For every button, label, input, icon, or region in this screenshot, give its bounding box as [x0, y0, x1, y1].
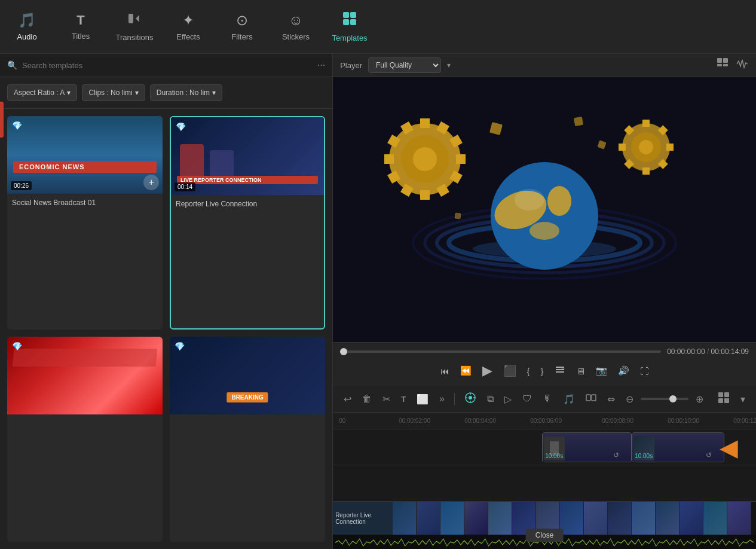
- ruler-mark-2: 00:00:04:00: [464, 417, 496, 424]
- zoom-out-button[interactable]: ⊖: [622, 391, 637, 407]
- ruler-mark-4: 00:00:08:00: [602, 417, 633, 424]
- premium-icon-4: 💎: [175, 341, 185, 351]
- nav-transitions[interactable]: Transitions: [108, 0, 161, 54]
- svg-rect-50: [556, 369, 564, 370]
- undo-button[interactable]: ↩: [340, 391, 355, 407]
- template-label-2: Reporter Live Connection: [171, 195, 324, 213]
- svg-rect-38: [642, 120, 650, 127]
- fullscreen-button[interactable]: ⛶: [638, 364, 651, 379]
- progress-thumb[interactable]: [340, 348, 347, 355]
- timeline-tracks: 10.00s ↺ 10.00s ↺: [333, 429, 756, 501]
- audio-button[interactable]: 🔊: [616, 363, 632, 379]
- aspect-ratio-filter[interactable]: Aspect Ratio : A ▾: [7, 84, 77, 101]
- more-options-btn[interactable]: ▾: [737, 391, 749, 407]
- skip-back-button[interactable]: ⏮: [438, 364, 452, 379]
- svg-rect-56: [592, 395, 596, 401]
- text-button[interactable]: T: [397, 392, 409, 406]
- svg-rect-49: [455, 212, 461, 219]
- nav-titles[interactable]: T Titles: [54, 0, 108, 54]
- audio-track-button[interactable]: 🎵: [559, 391, 579, 407]
- live-badge: LIVE REPORTER CONNECTION: [177, 176, 318, 184]
- svg-rect-40: [666, 144, 674, 151]
- stickers-icon: ☺: [289, 12, 304, 29]
- ruler-mark-6: 00:00:12:00: [733, 417, 756, 424]
- effects-icon: ✦: [182, 12, 194, 29]
- player-label: Player: [340, 61, 362, 70]
- premium-icon-2: 💎: [176, 122, 186, 132]
- ai-button[interactable]: [461, 389, 480, 408]
- add-template-1-button[interactable]: +: [143, 175, 159, 190]
- camera-button[interactable]: 📷: [593, 363, 610, 379]
- crop-button[interactable]: ⬜: [413, 391, 432, 407]
- template-thumb-3: 💎: [7, 337, 163, 414]
- svg-rect-2: [350, 12, 356, 18]
- overlay-button[interactable]: ▷: [501, 391, 515, 407]
- zoom-thumb[interactable]: [669, 395, 677, 402]
- svg-rect-52: [556, 371, 564, 373]
- audio-icon: 🎵: [18, 12, 36, 29]
- link-button[interactable]: ⇔: [604, 391, 619, 407]
- pip-button[interactable]: ⧉: [483, 391, 497, 407]
- breaking-badge: BREAKING: [227, 392, 268, 402]
- arrow-indicator: ◀: [720, 434, 738, 461]
- mark-out-button[interactable]: }: [538, 364, 546, 379]
- svg-rect-47: [574, 116, 583, 126]
- clip-2-duration: 10.00s: [635, 453, 653, 459]
- svg-point-22: [413, 147, 437, 171]
- frame-back-button[interactable]: ⏪: [458, 363, 474, 379]
- nav-effects[interactable]: ✦ Effects: [161, 0, 215, 54]
- close-button[interactable]: Close: [526, 529, 564, 542]
- zoom-in-button[interactable]: ⊕: [692, 391, 707, 407]
- template-card-4[interactable]: BREAKING 💎: [170, 337, 325, 542]
- templates-grid: ECONOMIC NEWS 💎 00:26 + Social News Broa…: [0, 109, 332, 549]
- clip-2[interactable]: 10.00s ↺: [632, 432, 724, 462]
- waveform-icon[interactable]: [736, 57, 749, 73]
- monitor-button[interactable]: 🖥: [574, 364, 587, 379]
- progress-row: 00:00:00:00 / 00:00:14:09: [340, 347, 749, 356]
- nav-audio[interactable]: 🎵 Audio: [0, 0, 54, 54]
- split-button[interactable]: [582, 390, 600, 408]
- quality-select[interactable]: Full Quality High Quality Medium Quality: [368, 57, 441, 73]
- playback-controls: 00:00:00:00 / 00:00:14:09 ⏮ ⏪ ▶ ⬛ { } 🖥 …: [333, 342, 756, 386]
- mark-in-button[interactable]: {: [525, 364, 532, 379]
- play-button[interactable]: ▶: [480, 361, 495, 381]
- player-header: Player Full Quality High Quality Medium …: [333, 54, 756, 77]
- gear-top-right: [619, 120, 674, 175]
- nav-filters[interactable]: ⊙ Filters: [215, 0, 269, 54]
- mask-button[interactable]: 🛡: [519, 391, 535, 407]
- preview-area: [333, 77, 756, 342]
- left-accent: [0, 102, 4, 138]
- svg-point-18: [529, 222, 559, 240]
- template-card-1[interactable]: ECONOMIC NEWS 💎 00:26 + Social News Broa…: [7, 116, 163, 330]
- mic-button[interactable]: 🎙: [539, 391, 556, 407]
- templates-icon: [342, 11, 357, 30]
- template-card-2[interactable]: LIVE REPORTER CONNECTION 💎 00:14 Reporte…: [170, 116, 325, 330]
- chevron-down-icon: ▾: [135, 89, 139, 97]
- progress-track[interactable]: [340, 350, 661, 353]
- divider-1: [454, 393, 455, 405]
- svg-rect-0: [128, 14, 133, 23]
- cut-button[interactable]: ✂: [379, 391, 394, 407]
- svg-rect-5: [717, 58, 722, 63]
- delete-button[interactable]: 🗑: [359, 391, 375, 407]
- svg-rect-58: [724, 392, 729, 397]
- stop-button[interactable]: ⬛: [501, 362, 519, 380]
- clip-1-duration: 10.00s: [545, 453, 563, 459]
- clips-filter[interactable]: Clips : No limi ▾: [82, 84, 145, 101]
- trim-button[interactable]: [552, 362, 568, 380]
- premium-icon-3: 💎: [12, 341, 22, 351]
- speed-button[interactable]: »: [436, 391, 448, 407]
- clip-1[interactable]: 10.00s ↺: [542, 432, 632, 462]
- nav-stickers[interactable]: ☺ Stickers: [269, 0, 323, 54]
- nav-templates[interactable]: Templates: [323, 0, 377, 54]
- search-input[interactable]: [22, 61, 313, 70]
- grid-layout-button[interactable]: [714, 389, 733, 408]
- zoom-track[interactable]: [641, 398, 688, 400]
- controls-row: ⏮ ⏪ ▶ ⬛ { } 🖥 📷 🔊 ⛶: [340, 361, 749, 381]
- duration-filter[interactable]: Duration : No lim ▾: [150, 84, 222, 101]
- chevron-down-icon: ▾: [212, 89, 216, 97]
- filters-icon: ⊙: [236, 12, 248, 29]
- grid-view-icon[interactable]: [717, 57, 730, 73]
- more-options-button[interactable]: ···: [317, 60, 325, 71]
- template-card-3[interactable]: 💎: [7, 337, 163, 542]
